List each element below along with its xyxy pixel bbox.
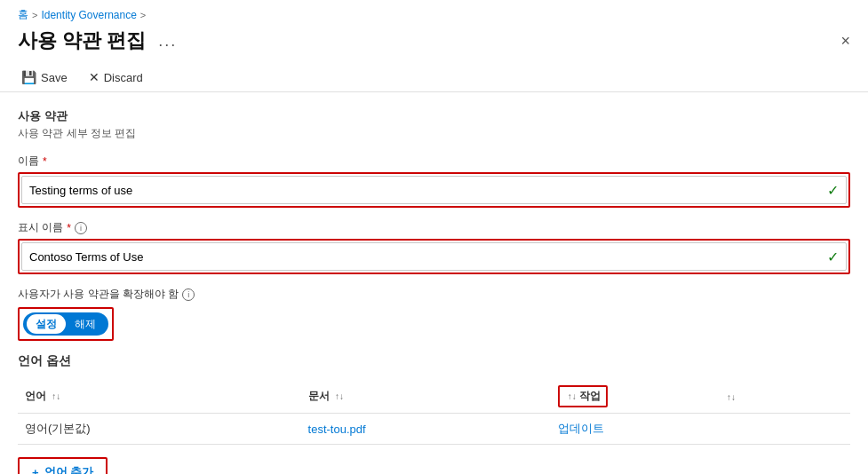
breadcrumb-home[interactable]: 홈 — [18, 7, 28, 22]
expand-info-icon[interactable]: i — [182, 288, 195, 301]
breadcrumb: 홈 > Identity Governance > — [0, 0, 868, 24]
more-options-icon[interactable]: ... — [158, 32, 177, 51]
language-table-head: 언어 ↑↓ 문서 ↑↓ ↑↓ 작업 — [18, 380, 850, 414]
col-action-label: 작업 — [579, 390, 601, 402]
display-name-required-star: * — [67, 222, 71, 234]
save-icon: 💾 — [21, 70, 36, 84]
toolbar: 💾 Save ✕ Discard — [0, 63, 868, 92]
name-check-icon: ✓ — [827, 182, 839, 199]
expand-toggle-label: 사용자가 사용 약관을 확장해야 함 i — [18, 287, 850, 302]
name-field-group: 이름 * ✓ — [18, 154, 850, 208]
name-required-star: * — [43, 155, 47, 168]
language-table: 언어 ↑↓ 문서 ↑↓ ↑↓ 작업 — [18, 380, 850, 445]
name-field-label: 이름 * — [18, 154, 850, 169]
discard-label: Discard — [104, 71, 143, 84]
display-name-input[interactable] — [22, 243, 846, 270]
save-label: Save — [41, 71, 68, 84]
language-table-body: 영어(기본값) test-tou.pdf 업데이트 — [18, 414, 850, 445]
discard-icon: ✕ — [89, 70, 100, 84]
display-name-label-text: 표시 이름 — [18, 220, 63, 235]
table-cell-action: 업데이트 — [551, 414, 717, 445]
breadcrumb-identity-governance[interactable]: Identity Governance — [41, 9, 136, 21]
breadcrumb-sep-2: > — [140, 10, 146, 20]
display-name-field-red-box: ✓ — [18, 239, 850, 274]
add-language-button[interactable]: + 언어 추가 — [18, 457, 108, 474]
table-row: 영어(기본값) test-tou.pdf 업데이트 — [18, 414, 850, 445]
add-language-label: 언어 추가 — [44, 464, 94, 474]
col-header-document: 문서 ↑↓ — [301, 380, 551, 414]
table-cell-language: 영어(기본값) — [18, 414, 301, 445]
toggle-wrap: 설정 해제 — [23, 312, 108, 336]
action-col-box: ↑↓ 작업 — [558, 385, 608, 407]
toggle-on-label: 설정 — [27, 314, 66, 334]
table-cell-extra — [717, 414, 850, 445]
discard-button[interactable]: ✕ Discard — [85, 68, 147, 86]
document-link[interactable]: test-tou.pdf — [308, 423, 366, 436]
display-name-field-label: 표시 이름 * i — [18, 220, 850, 235]
action-link[interactable]: 업데이트 — [558, 422, 604, 435]
display-name-check-icon: ✓ — [827, 249, 839, 265]
col-lang-label: 언어 — [25, 390, 46, 402]
section-label: 사용 약관 — [18, 108, 850, 124]
name-field-red-box: ✓ — [18, 172, 850, 208]
display-name-input-wrap: ✓ — [21, 242, 847, 271]
display-name-info-icon[interactable]: i — [75, 222, 87, 234]
language-section: 언어 옵션 언어 ↑↓ 문서 ↑↓ ↑↓ — [18, 353, 850, 474]
content-area: 사용 약관 사용 약관 세부 정보 편집 이름 * ✓ 표시 이름 * i — [0, 92, 868, 474]
action-sort-icon[interactable]: ↑↓ — [568, 391, 577, 401]
expand-toggle-button[interactable]: 설정 해제 — [23, 312, 108, 336]
toggle-outer-box: 설정 해제 — [18, 307, 114, 341]
save-button[interactable]: 💾 Save — [18, 68, 71, 86]
doc-sort-icon[interactable]: ↑↓ — [335, 391, 344, 401]
lang-sort-icon[interactable]: ↑↓ — [52, 391, 60, 401]
page-container: 홈 > Identity Governance > 사용 약관 편집 ... ×… — [0, 0, 868, 474]
col-header-action: ↑↓ 작업 — [551, 380, 717, 414]
close-icon[interactable]: × — [840, 32, 850, 51]
language-section-title: 언어 옵션 — [18, 353, 850, 369]
title-row: 사용 약관 편집 ... × — [0, 24, 868, 63]
table-cell-document: test-tou.pdf — [301, 414, 551, 445]
name-input[interactable] — [22, 177, 846, 203]
expand-label-text: 사용자가 사용 약관을 확장해야 함 — [18, 287, 179, 302]
col-doc-label: 문서 — [308, 390, 330, 402]
name-label-text: 이름 — [18, 154, 39, 169]
extra-sort-icon[interactable]: ↑↓ — [727, 392, 736, 402]
section-sublabel: 사용 약관 세부 정보 편집 — [18, 126, 850, 141]
toggle-off-label: 해제 — [66, 314, 105, 334]
breadcrumb-sep-1: > — [32, 10, 37, 20]
col-header-extra: ↑↓ — [717, 380, 850, 414]
col-header-language: 언어 ↑↓ — [18, 380, 301, 414]
language-table-header-row: 언어 ↑↓ 문서 ↑↓ ↑↓ 작업 — [18, 380, 850, 414]
display-name-field-group: 표시 이름 * i ✓ — [18, 220, 850, 274]
page-title: 사용 약관 편집 — [18, 28, 146, 54]
name-input-wrap: ✓ — [21, 176, 847, 204]
expand-toggle-section: 사용자가 사용 약관을 확장해야 함 i 설정 해제 — [18, 287, 850, 341]
add-language-icon: + — [32, 466, 39, 475]
